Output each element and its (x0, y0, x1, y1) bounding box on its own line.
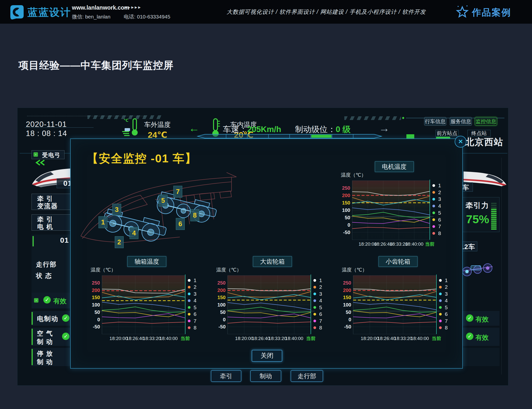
chart-ylabel: 温度（℃） (342, 267, 367, 273)
chart-title: 大齿轮箱 (253, 256, 292, 267)
portfolio-label[interactable]: 作品案例 (472, 6, 511, 19)
svg-text:3: 3 (319, 291, 322, 297)
valid-check-icon: ✓ (43, 296, 51, 304)
car-01-label-2: 01 (60, 236, 69, 244)
chart-canvas: 250200150100500-5018:20:0018:26:4018:33:… (340, 273, 456, 342)
train-strip-icon (194, 134, 385, 139)
next-car-arrow[interactable]: → (379, 123, 390, 134)
svg-text:200: 200 (217, 288, 226, 293)
svg-text:8: 8 (438, 230, 441, 236)
svg-text:2: 2 (319, 284, 322, 290)
pantograph-button[interactable]: › 受电弓 (32, 150, 65, 159)
header-website[interactable]: www.lanlanwork.com (72, 4, 129, 11)
chart-canvas: 250200150100500-5018:20:0018:26:4018:33:… (339, 178, 449, 248)
svg-text:50: 50 (346, 309, 351, 315)
tab-service-info[interactable]: 服务信息 (450, 117, 472, 126)
svg-text:18:20:00: 18:20:00 (361, 336, 379, 341)
page: 蓝蓝设计 www.lanlanwork.com ▶▶▶▶▶ 微信: ben_la… (0, 0, 532, 409)
svg-text:7: 7 (445, 318, 448, 324)
prev-car-arrow[interactable]: ← (189, 123, 200, 134)
valid-row-icon: › (34, 298, 38, 303)
valid-label: 有效 (53, 297, 66, 306)
svg-text:0: 0 (349, 317, 351, 322)
deco-diamond: ◆ (402, 116, 404, 119)
electric-brake-check-icon: ✓ (62, 314, 69, 322)
bogie-tag-7[interactable]: 7 (173, 186, 182, 198)
right-valid-check-2-icon: ✓ (466, 333, 473, 340)
svg-text:-50: -50 (93, 324, 100, 329)
close-button[interactable]: 关闭 (252, 350, 282, 362)
bogie-tag-2[interactable]: 2 (115, 236, 124, 248)
tab-monitor-info[interactable]: 监控信息 (475, 117, 497, 126)
chart-ylabel: 温度（℃） (341, 172, 366, 178)
svg-text:2: 2 (194, 284, 197, 290)
traction-converter-button[interactable]: 牵 引 变流器 (32, 194, 72, 210)
svg-text:3: 3 (194, 291, 197, 297)
bogie-tag-5[interactable]: 5 (159, 195, 167, 206)
bogie-status-line2: 状 态 (36, 272, 52, 280)
svg-text:150: 150 (342, 200, 350, 205)
svg-text:-50: -50 (343, 230, 350, 235)
air-brake-line2: 制 动 (37, 338, 53, 346)
pantograph-status-icon: › (33, 152, 38, 157)
right-valid-label-2: 有效 (475, 333, 489, 342)
svg-text:18:20:00: 18:20:00 (110, 336, 128, 341)
traction-force-value: 75% (466, 212, 489, 226)
svg-text:50: 50 (95, 309, 100, 315)
air-brake-accent (32, 329, 33, 345)
site-header: 蓝蓝设计 www.lanlanwork.com ▶▶▶▶▶ 微信: ben_la… (0, 0, 532, 24)
svg-text:150: 150 (92, 295, 100, 300)
bottom-tab-traction[interactable]: 牵引 (211, 370, 241, 382)
svg-text:18:33:20: 18:33:20 (143, 336, 161, 341)
time-display: 18 : 08 : 14 (26, 129, 67, 138)
svg-text:0: 0 (223, 317, 226, 322)
chart-title: 小齿轮箱 (379, 256, 417, 267)
bottom-tab-brake[interactable]: 制动 (250, 370, 281, 382)
svg-text:5: 5 (445, 305, 448, 310)
svg-text:1: 1 (445, 277, 448, 283)
svg-text:7: 7 (319, 318, 322, 324)
bogie-tag-1[interactable]: 1 (99, 216, 107, 228)
parking-brake-line2: 制 动 (37, 358, 53, 366)
bottom-tab-running-gear[interactable]: 走行部 (291, 370, 323, 382)
lanlan-logo-icon (9, 4, 25, 20)
svg-text:18:33:20: 18:33:20 (268, 336, 287, 341)
chart-axlebox-temperature: 轴箱温度温度（℃）250200150100500-5018:20:0018:26… (89, 256, 204, 342)
deco-hazard-stripes-right (344, 116, 401, 120)
svg-text:当前: 当前 (306, 336, 316, 341)
svg-text:6: 6 (319, 311, 322, 317)
deco-vline (501, 158, 502, 375)
svg-text:2: 2 (445, 284, 448, 290)
svg-text:18:26:40: 18:26:40 (377, 336, 396, 341)
svg-text:6: 6 (194, 311, 197, 317)
svg-text:50: 50 (220, 309, 226, 315)
portfolio-star-icon (455, 5, 469, 19)
svg-text:100: 100 (217, 302, 226, 307)
header-contact: 微信: ben_lanlan 电话: 010-63334945 (72, 13, 182, 20)
svg-text:3: 3 (438, 196, 441, 202)
bogie-tag-4[interactable]: 4 (130, 227, 138, 239)
svg-text:100: 100 (342, 207, 350, 213)
chart-canvas: 250200150100500-5018:20:0018:26:4018:33:… (215, 273, 330, 342)
svg-text:当前: 当前 (432, 336, 441, 341)
svg-text:150: 150 (343, 295, 351, 300)
svg-text:18:40:00: 18:40:00 (159, 336, 178, 341)
chart-canvas: 250200150100500-5018:20:0018:26:4018:33:… (89, 273, 204, 342)
bogie-tag-3[interactable]: 3 (112, 204, 121, 216)
svg-text:250: 250 (217, 280, 226, 286)
outside-thermometer-icon: ℃ (122, 117, 139, 137)
bogie-tag-6[interactable]: 6 (176, 218, 185, 230)
right-valid-label-1: 有效 (475, 315, 489, 324)
close-x-icon[interactable]: × (455, 136, 466, 148)
next-station-label: 前方站点 (435, 130, 459, 137)
traction-motor-button[interactable]: 牵 引 电 机 (32, 214, 72, 231)
page-title: 项目经验——中车集团列车监控屏 (18, 59, 174, 72)
logo-text: 蓝蓝设计 (28, 5, 71, 19)
svg-text:150: 150 (217, 295, 226, 300)
outside-temp-label: 车外温度 (144, 120, 171, 129)
bogie-tag-8[interactable]: 8 (190, 209, 199, 221)
tab-driving-info[interactable]: 行车信息 (424, 117, 446, 126)
chart-large-gearbox: 大齿轮箱温度（℃）250200150100500-5018:20:0018:26… (215, 256, 330, 342)
chart-motor-temperature: 电机温度温度（℃）250200150100500-5018:20:0018:26… (339, 161, 449, 248)
air-brake-line1: 空 气 (37, 329, 53, 338)
